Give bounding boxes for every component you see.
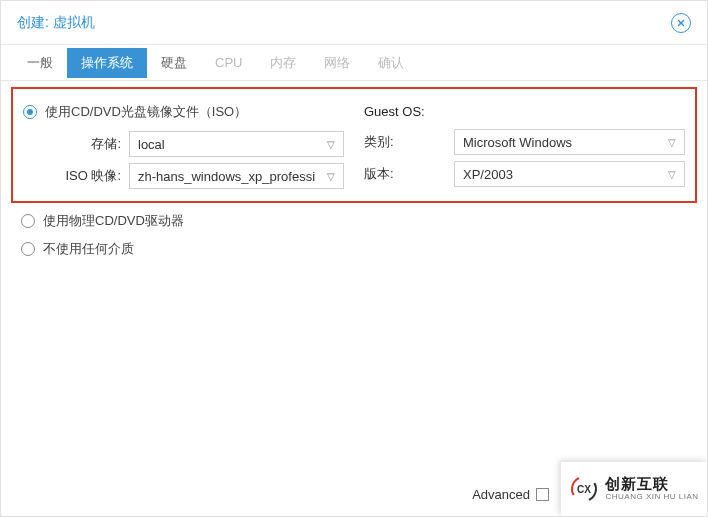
tab-cpu: CPU <box>201 49 256 76</box>
brand-watermark: CX 创新互联 CHUANG XIN HU LIAN <box>561 462 707 516</box>
guest-os-heading: Guest OS: <box>364 97 685 125</box>
radio-physical[interactable] <box>21 214 35 228</box>
radio-none[interactable] <box>21 242 35 256</box>
radio-use-iso-label: 使用CD/DVD光盘镜像文件（ISO） <box>45 103 247 121</box>
radio-physical-label: 使用物理CD/DVD驱动器 <box>43 212 184 230</box>
radio-use-iso[interactable] <box>23 105 37 119</box>
advanced-label: Advanced <box>472 487 530 502</box>
version-label: 版本: <box>364 165 454 183</box>
version-value: XP/2003 <box>463 167 513 182</box>
iso-select[interactable]: zh-hans_windows_xp_professi ▽ <box>129 163 344 189</box>
tab-memory: 内存 <box>256 48 310 78</box>
brand-logo-icon: CX <box>569 474 599 504</box>
brand-name: 创新互联 <box>605 476 698 493</box>
radio-none-label: 不使用任何介质 <box>43 240 134 258</box>
iso-label: ISO 映像: <box>23 167 129 185</box>
storage-select[interactable]: local ▽ <box>129 131 344 157</box>
close-icon[interactable] <box>671 13 691 33</box>
category-value: Microsoft Windows <box>463 135 572 150</box>
category-label: 类别: <box>364 133 454 151</box>
advanced-checkbox[interactable] <box>536 488 549 501</box>
storage-value: local <box>138 137 165 152</box>
tab-confirm: 确认 <box>364 48 418 78</box>
chevron-down-icon: ▽ <box>327 139 335 150</box>
version-select[interactable]: XP/2003 ▽ <box>454 161 685 187</box>
brand-sub: CHUANG XIN HU LIAN <box>605 493 698 502</box>
storage-label: 存储: <box>23 135 129 153</box>
wizard-tabs: 一般 操作系统 硬盘 CPU 内存 网络 确认 <box>1 45 707 81</box>
chevron-down-icon: ▽ <box>668 137 676 148</box>
tab-disk[interactable]: 硬盘 <box>147 48 201 78</box>
highlighted-region: 使用CD/DVD光盘镜像文件（ISO） 存储: local ▽ ISO 映像: … <box>11 87 697 203</box>
category-select[interactable]: Microsoft Windows ▽ <box>454 129 685 155</box>
chevron-down-icon: ▽ <box>668 169 676 180</box>
tab-network: 网络 <box>310 48 364 78</box>
svg-text:CX: CX <box>578 484 592 495</box>
dialog-title: 创建: 虚拟机 <box>17 14 95 32</box>
chevron-down-icon: ▽ <box>327 171 335 182</box>
tab-os[interactable]: 操作系统 <box>67 48 147 78</box>
tab-general[interactable]: 一般 <box>13 48 67 78</box>
iso-value: zh-hans_windows_xp_professi <box>138 169 315 184</box>
